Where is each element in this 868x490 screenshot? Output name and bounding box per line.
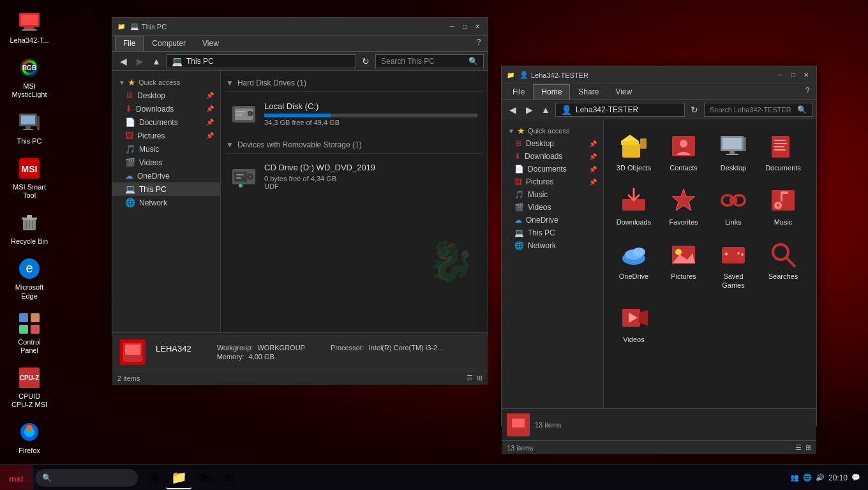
window1-local-disk-item[interactable]: Local Disk (C:) 34,3 GB free of 49,4 GB <box>226 97 483 130</box>
desktop-icon-this-pc[interactable]: This PC <box>6 107 52 148</box>
window2-sidebar-documents[interactable]: 📄 Documents 📌 <box>502 163 603 175</box>
window2-forward-btn[interactable]: ▶ <box>522 103 536 117</box>
svg-point-72 <box>777 204 779 207</box>
window2-close-btn[interactable]: ✕ <box>801 70 811 80</box>
desktop-icon-control-panel[interactable]: Control Panel <box>6 308 52 357</box>
taskbar-tray-volume[interactable]: 🔊 <box>816 473 825 482</box>
desktop-icon-firefox[interactable]: Firefox <box>6 417 52 457</box>
window1-search-bar[interactable]: Search This PC 🔍 <box>375 54 484 68</box>
window1-memory-label: Memory: 4,00 GB <box>217 353 305 360</box>
desktop-icon-msi-smart-tool[interactable]: MSI MSI Smart Tool <box>6 153 52 202</box>
window2-address-bar[interactable]: 👤 Leha342-TESTER <box>555 103 685 117</box>
window1-sidebar-this-pc[interactable]: 💻 This PC <box>112 182 220 196</box>
file-item-3dobjects[interactable]: 3D Objects <box>611 127 656 176</box>
file-item-videos[interactable]: Videos <box>611 299 656 348</box>
window2-tab-file[interactable]: File <box>504 84 533 100</box>
window1-system-info: LEHA342 Workgroup: WORKGROUP Memory: 4,0… <box>112 332 488 371</box>
3dobjects-icon <box>618 131 649 161</box>
window2-sidebar-videos[interactable]: 🎬 Videos <box>502 201 603 214</box>
file-item-downloads[interactable]: Downloads <box>611 181 656 230</box>
window1-close-btn[interactable]: ✕ <box>472 22 483 32</box>
window1-cd-drive-item[interactable]: CD Drive (D:) WD_DVD_2019 0 bytes free o… <box>226 159 483 194</box>
window1-sidebar-videos[interactable]: 🎬 Videos <box>112 156 220 169</box>
window2-sidebar-downloads[interactable]: ⬇ Downloads 📌 <box>502 150 603 163</box>
window2-quick-access-header[interactable]: ▼ ★ Quick access <box>502 122 603 137</box>
window1-sidebar-music[interactable]: 🎵 Music <box>112 142 220 156</box>
desktop-icon-recycle-bin[interactable]: Recycle Bin <box>6 207 52 248</box>
desktop-icon-msi-mysticlight[interactable]: RGB MSI MysticLight <box>6 52 52 101</box>
svg-rect-2 <box>24 27 34 29</box>
window1-quick-access-header[interactable]: ▼ ★ Quick access <box>112 73 220 89</box>
svg-rect-63 <box>774 146 784 147</box>
window1-quick-access-label: Quick access <box>138 78 180 86</box>
svg-rect-16 <box>22 218 37 219</box>
file-item-pictures[interactable]: Pictures <box>661 235 706 293</box>
window1-forward-btn[interactable]: ▶ <box>133 54 147 68</box>
file-item-links[interactable]: Links <box>711 181 756 230</box>
window1-tab-view[interactable]: View <box>194 36 227 51</box>
desktop-icon-cpuid[interactable]: CPU-Z CPUID CPU-Z MSI <box>6 362 52 412</box>
file-item-favorites[interactable]: Favorites <box>661 181 706 230</box>
window1-back-btn[interactable]: ◀ <box>116 54 130 68</box>
window1-sidebar-pictures[interactable]: 🖼 Pictures 📌 <box>112 129 220 142</box>
window1-sidebar-desktop[interactable]: 🖥 Desktop 📌 <box>112 89 220 102</box>
window1-tab-computer[interactable]: Computer <box>144 36 194 51</box>
window2-tab-view[interactable]: View <box>607 84 640 100</box>
window2-sidebar-network[interactable]: 🌐 Network <box>502 239 603 252</box>
window1-minimize-btn[interactable]: ─ <box>447 22 457 32</box>
window1-cd-drive-name: CD Drive (D:) WD_DVD_2019 <box>264 163 477 172</box>
msi-logo-watermark: 🐉 <box>427 239 475 285</box>
file-item-music[interactable]: Music <box>761 181 805 230</box>
taskbar-search-bar[interactable]: 🔍 <box>36 469 138 487</box>
window2-tab-home[interactable]: Home <box>533 84 570 100</box>
window1-address-bar[interactable]: 💻 This PC <box>166 54 356 68</box>
svg-rect-38 <box>236 111 245 112</box>
window1-refresh-btn[interactable]: ↻ <box>359 54 373 68</box>
window2-sidebar-this-pc[interactable]: 💻 This PC <box>502 226 603 239</box>
window2-search-bar[interactable]: Search Leha342-TESTER 🔍 <box>704 103 812 117</box>
file-item-documents[interactable]: Documents <box>761 127 805 176</box>
desktop-icon-microsoft-edge[interactable]: e Microsoft Edge <box>6 253 52 302</box>
window1-content: ▼ ★ Quick access 🖥 Desktop 📌 ⬇ Downloads… <box>112 71 488 332</box>
window1-sidebar-network[interactable]: 🌐 Network <box>112 196 220 209</box>
file-item-onedrive[interactable]: OneDrive <box>611 235 656 293</box>
desktop-icon-leha342[interactable]: Leha342-T... <box>6 6 52 47</box>
window2-back-btn[interactable]: ◀ <box>505 103 520 117</box>
window1-maximize-btn[interactable]: □ <box>460 22 470 32</box>
file-item-savedgames[interactable]: Saved Games <box>711 235 756 293</box>
taskbar-start-button[interactable]: msi <box>0 465 33 491</box>
window2-sidebar-onedrive[interactable]: ☁ OneDrive <box>502 214 603 226</box>
window2-icon-view-btn[interactable]: ⊞ <box>805 443 811 452</box>
window1-help-btn[interactable]: ? <box>472 36 485 48</box>
file-item-desktop[interactable]: Desktop <box>711 127 756 176</box>
window1-icon-view-btn[interactable]: ⊞ <box>477 374 483 382</box>
taskbar-app-store[interactable]: 🛍 <box>191 466 217 489</box>
file-item-contacts[interactable]: Contacts <box>661 127 706 176</box>
taskbar-tray-notification[interactable]: 💬 <box>851 473 860 482</box>
window2-list-view-btn[interactable]: ☰ <box>795 443 802 452</box>
window2-minimize-btn[interactable]: ─ <box>775 70 786 80</box>
taskbar-app-mail[interactable]: ✉ <box>217 466 243 489</box>
window2-help-btn[interactable]: ? <box>801 84 814 97</box>
taskbar-time[interactable]: 20:10 <box>828 473 848 482</box>
taskbar-app-file-explorer[interactable]: 📁 <box>166 466 191 489</box>
svg-marker-66 <box>672 189 695 211</box>
window1-sidebar-onedrive[interactable]: ☁ OneDrive <box>112 169 220 182</box>
taskbar-task-view[interactable]: ⊞ <box>140 466 166 489</box>
window2-up-btn[interactable]: ▲ <box>539 103 553 117</box>
window1-list-view-btn[interactable]: ☰ <box>467 374 473 382</box>
window1-tab-file[interactable]: File <box>115 36 144 51</box>
window2-maximize-btn[interactable]: □ <box>788 70 798 80</box>
taskbar-tray-network[interactable]: 🌐 <box>803 473 812 482</box>
window2-sidebar-music[interactable]: 🎵 Music <box>502 188 603 201</box>
window1-sidebar-documents[interactable]: 📄 Documents 📌 <box>112 115 220 129</box>
file-item-searches[interactable]: Searches <box>761 235 805 293</box>
window2-tab-share[interactable]: Share <box>570 84 607 100</box>
window1-sidebar-downloads[interactable]: ⬇ Downloads 📌 <box>112 102 220 115</box>
window1-up-btn[interactable]: ▲ <box>149 54 163 68</box>
window2-sidebar-pictures[interactable]: 🖼 Pictures 📌 <box>502 175 603 188</box>
window2-refresh-btn[interactable]: ↻ <box>687 103 701 117</box>
taskbar-tray-people[interactable]: 👥 <box>790 473 799 482</box>
window1-workgroup-value: WORKGROUP <box>257 344 305 352</box>
window2-sidebar-desktop[interactable]: 🖥 Desktop 📌 <box>502 137 603 150</box>
